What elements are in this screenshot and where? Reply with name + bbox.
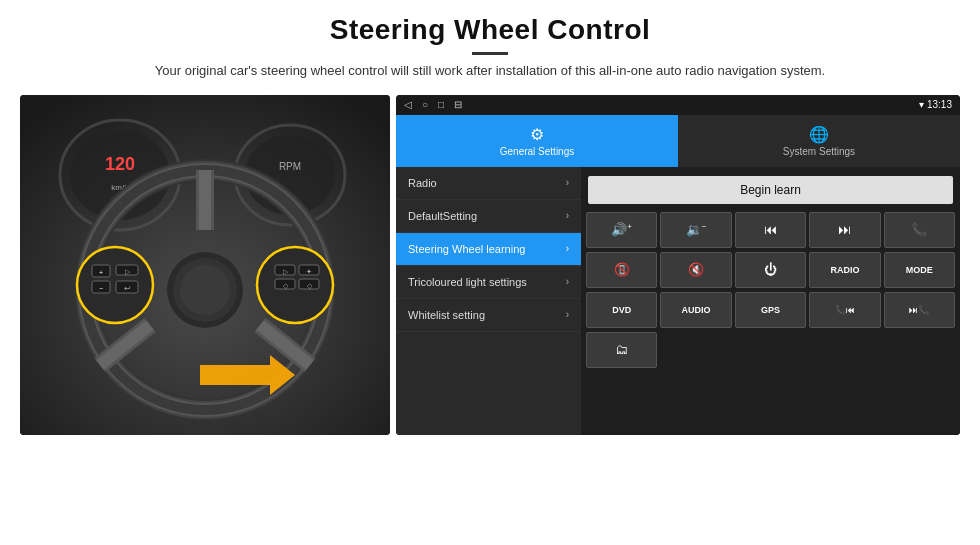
prev-track-button[interactable]: ⏮ [735,212,806,248]
menu-tricoloured-label: Tricoloured light settings [408,276,566,288]
header-divider [472,52,508,55]
tab-system-label: System Settings [783,146,855,157]
back-icon[interactable]: ◁ [404,99,412,110]
vol-down-icon: 🔉− [686,222,707,237]
svg-text:↩: ↩ [124,284,131,293]
header-subtitle: Your original car's steering wheel contr… [140,61,840,81]
chevron-icon-tricoloured: › [566,276,569,287]
svg-text:+: + [99,269,103,276]
mute-button[interactable]: 🔇 [660,252,731,288]
globe-icon: 🌐 [809,125,829,144]
dvd-label: DVD [612,305,631,315]
control-row-2: 📵 🔇 ⏻ RADIO MODE [586,252,955,288]
phone-answer-button[interactable]: 📞 [884,212,955,248]
recents-icon[interactable]: □ [438,99,444,110]
tel-next-icon: ⏭📞 [909,305,929,315]
svg-text:✦: ✦ [306,268,312,275]
vol-up-icon: 🔊+ [611,222,632,237]
begin-learn-button[interactable]: Begin learn [588,176,953,204]
chevron-icon-radio: › [566,177,569,188]
status-bar-time: ▾ 13:13 [919,99,952,110]
menu-whitelist-label: Whitelist setting [408,309,566,321]
time-display: 13:13 [927,99,952,110]
next-track-button[interactable]: ⏭ [809,212,880,248]
status-bar: ◁ ○ □ ⊟ ▾ 13:13 [396,95,960,115]
menu-item-radio[interactable]: Radio › [396,167,581,200]
vol-up-button[interactable]: 🔊+ [586,212,657,248]
folder-button[interactable]: 🗂 [586,332,657,368]
phone-answer-icon: 📞 [911,222,927,237]
dvd-button[interactable]: DVD [586,292,657,328]
tab-general-label: General Settings [500,146,575,157]
phone-hangup-icon: 📵 [614,262,630,277]
svg-text:120: 120 [105,154,135,174]
home-icon[interactable]: ○ [422,99,428,110]
menu-steering-label: Steering Wheel learning [408,243,566,255]
menu-icon[interactable]: ⊟ [454,99,462,110]
menu-radio-label: Radio [408,177,566,189]
mode-label: MODE [906,265,933,275]
controls-area: Begin learn 🔊+ 🔉− ⏮ [581,167,960,435]
audio-label: AUDIO [682,305,711,315]
steering-wheel-image: 120 km/h RPM [20,95,390,435]
chevron-icon-whitelist: › [566,309,569,320]
svg-point-21 [77,247,153,323]
radio-label: RADIO [830,265,859,275]
tel-next-button[interactable]: ⏭📞 [884,292,955,328]
svg-point-20 [180,265,230,315]
tab-general[interactable]: ⚙ General Settings [396,115,678,167]
power-icon: ⏻ [764,262,777,277]
menu-item-whitelist[interactable]: Whitelist setting › [396,299,581,332]
menu-item-steering[interactable]: Steering Wheel learning › [396,233,581,266]
chevron-icon-default: › [566,210,569,221]
vol-down-button[interactable]: 🔉− [660,212,731,248]
svg-text:RPM: RPM [279,161,301,172]
page-wrapper: Steering Wheel Control Your original car… [0,0,980,545]
tel-prev-button[interactable]: 📞⏮ [809,292,880,328]
menu-default-label: DefaultSetting [408,210,566,222]
mute-icon: 🔇 [688,262,704,277]
steering-wheel-svg: 120 km/h RPM [20,95,390,435]
menu-item-tricoloured[interactable]: Tricoloured light settings › [396,266,581,299]
page-title: Steering Wheel Control [20,14,960,46]
header: Steering Wheel Control Your original car… [0,0,980,87]
audio-button[interactable]: AUDIO [660,292,731,328]
gear-icon: ⚙ [530,125,544,144]
power-button[interactable]: ⏻ [735,252,806,288]
folder-icon: 🗂 [615,342,628,357]
begin-learn-row: Begin learn [586,172,955,208]
wifi-icon: ▾ [919,99,927,110]
control-row-4: 🗂 [586,332,955,368]
prev-track-icon: ⏮ [764,222,777,237]
content-area: Radio › DefaultSetting › Steering Wheel … [396,167,960,435]
control-row-3: DVD AUDIO GPS 📞⏮ ⏭📞 [586,292,955,328]
radio-button[interactable]: RADIO [809,252,880,288]
status-bar-nav: ◁ ○ □ ⊟ [404,99,462,110]
left-menu: Radio › DefaultSetting › Steering Wheel … [396,167,581,435]
gps-label: GPS [761,305,780,315]
chevron-icon-steering: › [566,243,569,254]
control-row-1: 🔊+ 🔉− ⏮ ⏭ 📞 [586,212,955,248]
tab-system[interactable]: 🌐 System Settings [678,115,960,167]
gps-button[interactable]: GPS [735,292,806,328]
menu-item-default[interactable]: DefaultSetting › [396,200,581,233]
top-tabs: ⚙ General Settings 🌐 System Settings [396,115,960,167]
tel-prev-icon: 📞⏮ [835,305,855,315]
svg-text:−: − [99,285,103,292]
main-content: 120 km/h RPM [0,87,980,546]
phone-hangup-button[interactable]: 📵 [586,252,657,288]
next-track-icon: ⏭ [838,222,851,237]
mode-button[interactable]: MODE [884,252,955,288]
android-ui-panel: ◁ ○ □ ⊟ ▾ 13:13 ⚙ General Settings 🌐 [396,95,960,435]
